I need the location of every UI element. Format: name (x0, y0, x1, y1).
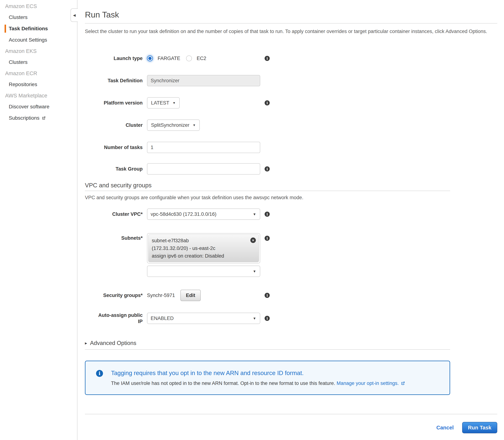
page-title: Run Task (85, 10, 497, 19)
auto-assign-ip-dropdown[interactable]: ENABLED ▼ (147, 313, 260, 324)
footer-actions: Cancel Run Task (85, 422, 497, 433)
caret-down-icon: ▼ (193, 124, 196, 127)
caret-down-icon: ▼ (173, 101, 176, 105)
platform-version-value: LATEST (151, 100, 169, 106)
cluster-vpc-row: Cluster VPC* vpc-58d4c630 (172.31.0.0/16… (85, 208, 450, 220)
task-definition-row: Task Definition (85, 75, 450, 86)
platform-version-info-icon[interactable]: i (265, 100, 270, 105)
footer-divider (85, 414, 497, 414)
sidebar-item-discover-software[interactable]: Discover software (0, 101, 77, 112)
ec2-radio-label: EC2 (197, 56, 206, 61)
alert-text: Tagging requires that you opt in to the … (111, 370, 405, 387)
subnet-chip: subnet-e7f328ab (172.31.32.0/20) - us-ea… (148, 234, 259, 262)
auto-assign-ip-row: Auto-assign public IP ENABLED ▼ i (85, 312, 450, 325)
task-group-label: Task Group (85, 166, 143, 172)
edit-security-groups-button[interactable]: Edit (180, 290, 201, 301)
subnets-label: Subnets* (85, 233, 143, 241)
cluster-value: SplitSynchronizer (151, 123, 189, 128)
sidebar-section-amazon-eks: Amazon EKS (0, 46, 77, 56)
cluster-row: Cluster SplitSynchronizer ▼ (85, 120, 450, 131)
sidebar-item-task-definitions[interactable]: Task Definitions (0, 23, 77, 34)
alert-title: Tagging requires that you opt in to the … (111, 370, 405, 376)
subnet-chip-line: (172.31.32.0/20) - us-east-2c (152, 245, 248, 252)
page: Amazon ECS Clusters Task Definitions Acc… (0, 0, 504, 440)
number-of-tasks-label: Number of tasks (85, 144, 143, 151)
subnets-dropdown[interactable]: ▼ (147, 266, 260, 277)
task-group-input[interactable] (147, 163, 260, 175)
task-group-info-icon[interactable]: i (265, 166, 270, 171)
vpc-section-title: VPC and security groups (85, 182, 450, 189)
alert-body: The IAM user/role has not opted in to th… (111, 380, 405, 387)
page-description: Select the cluster to run your task defi… (85, 28, 497, 35)
security-groups-row: Security groups* Synchr-5971 Edit i (85, 290, 450, 301)
launch-type-radio-group: FARGATE EC2 (147, 55, 206, 61)
sidebar-item-clusters-ecs[interactable]: Clusters (0, 12, 77, 23)
number-of-tasks-row: Number of tasks (85, 142, 450, 153)
security-group-value: Synchr-5971 (147, 293, 175, 298)
sidebar: Amazon ECS Clusters Task Definitions Acc… (0, 0, 77, 440)
sidebar-section-aws-marketplace: AWS Marketplace (0, 90, 77, 101)
auto-assign-ip-info-icon[interactable]: i (265, 316, 270, 321)
sidebar-item-clusters-eks[interactable]: Clusters (0, 56, 77, 68)
fargate-radio-label: FARGATE (158, 56, 180, 61)
external-link-icon (401, 381, 405, 387)
cluster-label: Cluster (85, 122, 143, 128)
vpc-section: VPC and security groups VPC and security… (85, 182, 450, 350)
run-task-form: Launch type FARGATE EC2 i (85, 53, 450, 175)
vpc-section-description: VPC and security groups are configurable… (85, 194, 450, 201)
platform-version-row: Platform version LATEST ▼ i (85, 97, 450, 109)
launch-type-row: Launch type FARGATE EC2 i (85, 53, 450, 64)
tagging-info-alert: i Tagging requires that you opt in to th… (85, 361, 450, 395)
sidebar-section-amazon-ecs: Amazon ECS (0, 1, 77, 12)
auto-assign-ip-label: Auto-assign public IP (95, 312, 143, 325)
launch-type-label: Launch type (85, 55, 143, 61)
caret-down-icon: ▼ (253, 213, 256, 216)
sidebar-collapse-button[interactable]: ◀ (71, 8, 78, 22)
fargate-radio-option[interactable]: FARGATE (147, 55, 180, 61)
platform-version-label: Platform version (85, 100, 143, 106)
task-definition-input (147, 75, 260, 86)
security-groups-info-icon[interactable]: i (265, 293, 270, 298)
cancel-button[interactable]: Cancel (436, 425, 454, 431)
task-definition-label: Task Definition (85, 78, 143, 84)
subnets-selected-box: subnet-e7f328ab (172.31.32.0/20) - us-ea… (147, 233, 260, 263)
number-of-tasks-input[interactable] (147, 142, 260, 153)
advanced-options-label: Advanced Options (90, 340, 136, 346)
title-divider (85, 23, 497, 24)
sidebar-item-account-settings[interactable]: Account Settings (0, 34, 77, 46)
cluster-vpc-info-icon[interactable]: i (265, 212, 270, 217)
subnets-row: Subnets* subnet-e7f328ab (172.31.32.0/20… (85, 233, 450, 277)
launch-type-info-icon[interactable]: i (265, 56, 270, 61)
main-content: Run Task Select the cluster to run your … (77, 0, 504, 440)
caret-down-icon: ▼ (253, 270, 256, 273)
platform-version-dropdown[interactable]: LATEST ▼ (147, 97, 180, 109)
fargate-radio[interactable] (147, 55, 153, 61)
security-groups-label: Security groups* (85, 292, 143, 298)
caret-right-icon: ▸ (85, 341, 87, 345)
collapse-arrow-icon: ◀ (73, 14, 76, 17)
sidebar-item-subscriptions[interactable]: Subscriptions (0, 112, 77, 124)
manage-opt-in-settings-link[interactable]: Manage your opt-in settings. (337, 381, 405, 386)
vpc-form: Cluster VPC* vpc-58d4c630 (172.31.0.0/16… (85, 208, 450, 325)
task-group-row: Task Group i (85, 163, 450, 175)
advanced-options-divider (85, 349, 450, 350)
ec2-radio[interactable] (186, 55, 192, 61)
info-icon: i (96, 370, 103, 377)
sidebar-item-repositories[interactable]: Repositories (0, 79, 77, 90)
run-task-button[interactable]: Run Task (462, 422, 497, 433)
auto-assign-ip-value: ENABLED (151, 316, 174, 321)
sidebar-item-label: Subscriptions (9, 115, 40, 121)
remove-subnet-button[interactable]: ✕ (250, 237, 256, 243)
external-link-icon (42, 115, 46, 122)
alert-body-text: The IAM user/role has not opted in to th… (111, 381, 335, 386)
caret-down-icon: ▼ (253, 317, 256, 320)
cluster-vpc-label: Cluster VPC* (85, 211, 143, 217)
vpc-section-divider (85, 191, 450, 191)
advanced-options-toggle[interactable]: ▸ Advanced Options (85, 340, 450, 346)
cluster-vpc-dropdown[interactable]: vpc-58d4c630 (172.31.0.0/16) ▼ (147, 208, 260, 220)
ec2-radio-option[interactable]: EC2 (186, 55, 206, 61)
cluster-vpc-value: vpc-58d4c630 (172.31.0.0/16) (151, 211, 216, 217)
subnets-info-icon[interactable]: i (265, 236, 270, 241)
cluster-dropdown[interactable]: SplitSynchronizer ▼ (147, 120, 200, 131)
sidebar-section-amazon-ecr: Amazon ECR (0, 68, 77, 79)
